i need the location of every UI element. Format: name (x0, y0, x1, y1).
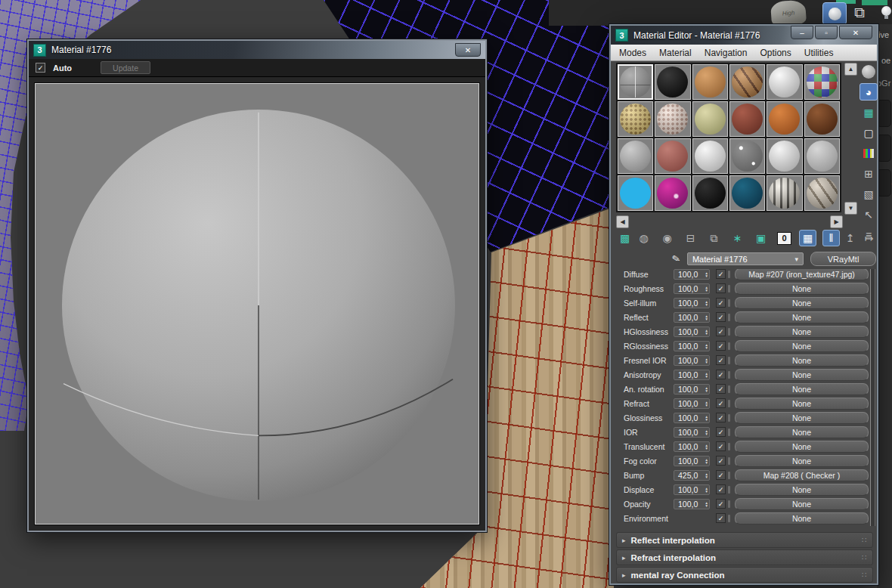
close-icon[interactable]: ✕ (839, 26, 872, 39)
param-spinner-refract[interactable]: 100,0▴▾ (674, 398, 710, 409)
rollout-mental-ray-connection[interactable]: ▸mental ray Connection∷ (616, 567, 873, 583)
options-button[interactable]: ▧ (859, 185, 878, 203)
slot-black-glossy[interactable] (655, 64, 690, 100)
pick-material-eyedropper-icon[interactable]: ✎ (671, 252, 682, 265)
param-map-button-ior[interactable]: None (735, 426, 869, 438)
param-spinner-anisotropy[interactable]: 100,0▴▾ (674, 370, 710, 380)
preview-window-titlebar[interactable]: 3 Material #1776 ✕ (29, 41, 485, 59)
param-map-button-anisotropy[interactable]: None (735, 369, 869, 381)
slot-rust-mottled[interactable] (729, 64, 765, 100)
go-to-parent-button[interactable]: ↥ (841, 230, 859, 246)
spinner-arrows-icon[interactable]: ▴▾ (705, 444, 708, 450)
slot-white[interactable] (767, 64, 802, 100)
slot-pink-bumpy[interactable] (655, 101, 690, 137)
param-checkbox-opacity[interactable]: ✓ (716, 499, 726, 509)
menu-utilities[interactable]: Utilities (804, 48, 834, 58)
param-checkbox-reflect[interactable]: ✓ (716, 312, 726, 322)
backlight-button[interactable]: ◕ (859, 83, 878, 101)
menu-options[interactable]: Options (760, 48, 791, 58)
param-checkbox-hglossiness[interactable]: ✓ (716, 326, 726, 336)
spinner-arrows-icon[interactable]: ▴▾ (705, 429, 708, 435)
param-map-button-glossiness[interactable]: None (735, 412, 869, 424)
spinner-arrows-icon[interactable]: ▴▾ (705, 357, 708, 364)
spinner-arrows-icon[interactable]: ▴▾ (705, 300, 708, 306)
make-material-copy-button[interactable]: ⧉ (705, 230, 723, 246)
spinner-arrows-icon[interactable]: ▴▾ (705, 472, 708, 478)
sample-uv-tiling-button[interactable]: ▢ (859, 124, 878, 141)
param-spinner-hglossiness[interactable]: 100,0▴▾ (674, 326, 710, 337)
param-map-button-an-rotation[interactable]: None (735, 383, 869, 395)
spinner-arrows-icon[interactable]: ▴▾ (705, 314, 708, 320)
slot-orange[interactable] (767, 101, 802, 137)
slot-yellow-bumpy[interactable] (618, 101, 653, 137)
param-spinner-an-rotation[interactable]: 100,0▴▾ (674, 384, 710, 395)
menu-navigation[interactable]: Navigation (705, 48, 748, 58)
minimize-icon[interactable]: – (791, 26, 813, 39)
material-type-button[interactable]: VRayMtl (810, 252, 876, 266)
param-checkbox-refract[interactable]: ✓ (716, 398, 726, 408)
slot-dark-brown[interactable] (804, 101, 840, 137)
spinner-arrows-icon[interactable]: ▴▾ (705, 329, 708, 335)
param-spinner-ior[interactable]: 100,0▴▾ (674, 427, 710, 438)
spinner-arrows-icon[interactable]: ▴▾ (705, 401, 708, 407)
param-checkbox-an-rotation[interactable]: ✓ (716, 384, 726, 394)
rollout-refract-interpolation[interactable]: ▸Refract interpolation∷ (616, 549, 873, 565)
render-quality-thumbnail[interactable]: High (770, 0, 807, 26)
put-to-library-button[interactable]: ▣ (752, 230, 770, 246)
slot-dusty-rose[interactable] (655, 138, 690, 174)
param-map-button-diffuse[interactable]: Map #207 (iron_texture47.jpg) (735, 269, 869, 280)
slot-dark-gray-spec[interactable] (729, 138, 765, 174)
slot-white-3[interactable] (767, 138, 802, 174)
sample-type-button[interactable] (859, 63, 878, 80)
param-checkbox-roughness[interactable]: ✓ (716, 283, 726, 293)
param-spinner-displace[interactable]: 100,0▴▾ (674, 484, 710, 495)
slot-gray-seamed[interactable] (618, 64, 653, 100)
slot-tan[interactable] (692, 64, 728, 100)
slot-light-gray[interactable] (618, 138, 653, 174)
material-editor-titlebar[interactable]: 3 Material Editor - Material #1776 – ▫ ✕ (611, 26, 877, 45)
param-spinner-self-illum[interactable]: 100,0▴▾ (674, 298, 710, 308)
param-spinner-rglossiness[interactable]: 100,0▴▾ (674, 341, 710, 351)
param-checkbox-translucent[interactable]: ✓ (716, 441, 726, 451)
slot-khaki[interactable] (692, 101, 728, 137)
slot-scroll-down-button[interactable]: ▼ (844, 202, 857, 215)
lightbulb-icon[interactable] (881, 6, 891, 16)
param-checkbox-displace[interactable]: ✓ (716, 484, 726, 494)
params-scrollbar[interactable] (870, 269, 875, 526)
param-map-button-translucent[interactable]: None (735, 441, 869, 453)
reset-map-button[interactable]: ⊟ (682, 230, 699, 246)
slot-scroll-right-button[interactable]: ▶ (830, 215, 843, 228)
param-checkbox-rglossiness[interactable]: ✓ (716, 341, 726, 351)
menu-material[interactable]: Material (659, 48, 692, 58)
param-spinner-fog-color[interactable]: 100,0▴▾ (674, 456, 710, 466)
menu-modes[interactable]: Modes (619, 48, 646, 58)
param-checkbox-environment[interactable]: ✓ (716, 513, 726, 523)
param-checkbox-fresnel-ior[interactable]: ✓ (716, 355, 726, 365)
param-checkbox-bump[interactable]: ✓ (716, 470, 726, 480)
param-map-button-reflect[interactable]: None (735, 311, 869, 323)
spinner-arrows-icon[interactable]: ▴▾ (705, 386, 708, 392)
slot-scroll-up-button[interactable]: ▲ (844, 63, 857, 76)
param-map-button-environment[interactable]: None (735, 512, 869, 525)
param-map-button-hglossiness[interactable]: None (735, 326, 869, 338)
material-id-channel-button[interactable]: 0 (776, 230, 793, 246)
slot-striped-ball[interactable] (767, 175, 802, 211)
param-map-button-fresnel-ior[interactable]: None (735, 354, 869, 367)
spinner-arrows-icon[interactable]: ▴▾ (705, 415, 708, 421)
spinner-arrows-icon[interactable]: ▴▾ (705, 501, 708, 507)
param-map-button-refract[interactable]: None (735, 398, 869, 410)
param-spinner-translucent[interactable]: 100,0▴▾ (674, 441, 710, 452)
layers-icon[interactable]: ⧉ (854, 3, 865, 23)
param-spinner-roughness[interactable]: 100,0▴▾ (674, 283, 710, 294)
spinner-arrows-icon[interactable]: ▴▾ (705, 372, 708, 378)
spinner-arrows-icon[interactable]: ▴▾ (705, 487, 708, 493)
param-map-button-self-illum[interactable]: None (735, 297, 869, 309)
spinner-arrows-icon[interactable]: ▴▾ (705, 343, 708, 349)
make-preview-button[interactable]: ⊞ (859, 165, 878, 182)
put-material-to-scene-button[interactable]: ◍ (635, 230, 652, 246)
show-end-result-button[interactable]: ‖ (822, 230, 840, 246)
spinner-arrows-icon[interactable]: ▴▾ (705, 458, 708, 464)
param-map-button-bump[interactable]: Map #208 ( Checker ) (735, 469, 869, 481)
slot-white-2[interactable] (692, 138, 728, 174)
material-editor-button[interactable] (822, 2, 847, 25)
